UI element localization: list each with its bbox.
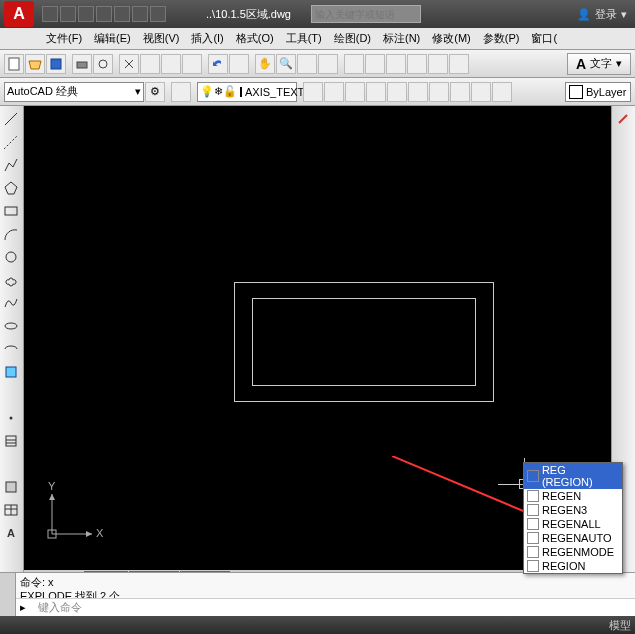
menu-tools[interactable]: 工具(T) xyxy=(280,29,328,48)
ac-item-regen3[interactable]: REGEN3 xyxy=(524,503,622,517)
qat-save-icon[interactable] xyxy=(78,6,94,22)
join-tool-icon[interactable] xyxy=(612,384,634,406)
qat-saveas-icon[interactable] xyxy=(96,6,112,22)
menu-draw[interactable]: 绘图(D) xyxy=(328,29,377,48)
open-icon[interactable] xyxy=(25,54,45,74)
markup-icon[interactable] xyxy=(428,54,448,74)
move-tool-icon[interactable] xyxy=(612,223,634,245)
hatch-tool-icon[interactable] xyxy=(0,430,22,452)
menu-window[interactable]: 窗口( xyxy=(525,29,563,48)
ssm-icon[interactable] xyxy=(407,54,427,74)
polyline-tool-icon[interactable] xyxy=(0,154,22,176)
polygon-tool-icon[interactable] xyxy=(0,177,22,199)
array-tool-icon[interactable] xyxy=(612,200,634,222)
plot-icon[interactable] xyxy=(72,54,92,74)
preview-icon[interactable] xyxy=(93,54,113,74)
match-icon[interactable] xyxy=(182,54,202,74)
layer-selector[interactable]: 💡 ❄ 🔓 AXIS_TEXT xyxy=(197,82,297,102)
command-input-row[interactable]: ▸ 键入命令 xyxy=(16,598,635,616)
region-tool-icon[interactable] xyxy=(0,476,22,498)
menu-file[interactable]: 文件(F) xyxy=(40,29,88,48)
mtext-tool-icon[interactable]: A xyxy=(0,522,22,544)
menu-param[interactable]: 参数(P) xyxy=(477,29,526,48)
dc-icon[interactable] xyxy=(365,54,385,74)
spline-tool-icon[interactable] xyxy=(0,292,22,314)
qat-plot-icon[interactable] xyxy=(114,6,130,22)
qat-undo-icon[interactable] xyxy=(132,6,148,22)
layer-copy-icon[interactable] xyxy=(492,82,512,102)
ac-item-regen[interactable]: REGEN xyxy=(524,489,622,503)
login-area[interactable]: 👤 登录 ▾ xyxy=(577,7,627,22)
gradient-tool-icon[interactable] xyxy=(0,453,22,475)
layer-freeze-icon[interactable] xyxy=(345,82,365,102)
command-input[interactable]: 键入命令 xyxy=(38,600,82,615)
cut-icon[interactable] xyxy=(119,54,139,74)
undo-icon[interactable] xyxy=(208,54,228,74)
line-tool-icon[interactable] xyxy=(0,108,22,130)
ac-item-region[interactable]: REGION xyxy=(524,559,622,573)
scale-tool-icon[interactable] xyxy=(612,269,634,291)
make-block-icon[interactable] xyxy=(0,384,22,406)
rotate-tool-icon[interactable] xyxy=(612,246,634,268)
fillet-tool-icon[interactable] xyxy=(612,430,634,452)
copy-icon[interactable] xyxy=(140,54,160,74)
erase-tool-icon[interactable] xyxy=(612,108,634,130)
trim-tool-icon[interactable] xyxy=(612,315,634,337)
point-tool-icon[interactable] xyxy=(0,407,22,429)
ac-item-regenmode[interactable]: REGENMODE xyxy=(524,545,622,559)
layer-walk-icon[interactable] xyxy=(450,82,470,102)
qat-redo-icon[interactable] xyxy=(150,6,166,22)
offset-tool-icon[interactable] xyxy=(612,177,634,199)
rectangle-inner[interactable] xyxy=(252,298,476,386)
arc-tool-icon[interactable] xyxy=(0,223,22,245)
zoom-window-icon[interactable] xyxy=(297,54,317,74)
layer-iso-icon[interactable] xyxy=(324,82,344,102)
annotation-text-button[interactable]: A文字▾ xyxy=(567,53,631,75)
circle-tool-icon[interactable] xyxy=(0,246,22,268)
menu-dim[interactable]: 标注(N) xyxy=(377,29,426,48)
menu-modify[interactable]: 修改(M) xyxy=(426,29,477,48)
copy-tool-icon[interactable] xyxy=(612,131,634,153)
mirror-tool-icon[interactable] xyxy=(612,154,634,176)
revcloud-tool-icon[interactable] xyxy=(0,269,22,291)
layer-manager-icon[interactable] xyxy=(171,82,191,102)
break-tool-icon[interactable] xyxy=(612,361,634,383)
layer-change-icon[interactable] xyxy=(471,82,491,102)
prop-icon[interactable] xyxy=(344,54,364,74)
layer-off-icon[interactable] xyxy=(366,82,386,102)
menu-edit[interactable]: 编辑(E) xyxy=(88,29,137,48)
extend-tool-icon[interactable] xyxy=(612,338,634,360)
command-window[interactable]: 命令: x EXPLODE 找到 2 个 ▸ 键入命令 xyxy=(0,572,635,616)
ac-item-reg[interactable]: REG (REGION) xyxy=(524,463,622,489)
help-search-input[interactable] xyxy=(311,5,421,23)
layer-state-icon[interactable] xyxy=(303,82,323,102)
ac-item-regenall[interactable]: REGENALL xyxy=(524,517,622,531)
ellipse-arc-tool-icon[interactable] xyxy=(0,338,22,360)
workspace-selector[interactable]: AutoCAD 经典 ▾ xyxy=(4,82,144,102)
table-tool-icon[interactable] xyxy=(0,499,22,521)
xline-tool-icon[interactable] xyxy=(0,131,22,153)
qat-new-icon[interactable] xyxy=(42,6,58,22)
paste-icon[interactable] xyxy=(161,54,181,74)
color-bylayer-selector[interactable]: ByLayer xyxy=(565,82,631,102)
chamfer-tool-icon[interactable] xyxy=(612,407,634,429)
tp-icon[interactable] xyxy=(386,54,406,74)
pan-icon[interactable]: ✋ xyxy=(255,54,275,74)
workspace-settings-icon[interactable]: ⚙ xyxy=(145,82,165,102)
rectangle-tool-icon[interactable] xyxy=(0,200,22,222)
status-model-label[interactable]: 模型 xyxy=(609,618,631,633)
command-autocomplete[interactable]: REG (REGION) REGEN REGEN3 REGENALL REGEN… xyxy=(523,462,623,574)
zoom-prev-icon[interactable] xyxy=(318,54,338,74)
addselected-tool-icon[interactable] xyxy=(0,545,22,567)
ac-item-regenauto[interactable]: REGENAUTO xyxy=(524,531,622,545)
menu-format[interactable]: 格式(O) xyxy=(230,29,280,48)
qat-open-icon[interactable] xyxy=(60,6,76,22)
command-handle[interactable] xyxy=(0,573,16,616)
menu-insert[interactable]: 插入(I) xyxy=(185,29,229,48)
layer-match-icon[interactable] xyxy=(408,82,428,102)
stretch-tool-icon[interactable] xyxy=(612,292,634,314)
calc-icon[interactable] xyxy=(449,54,469,74)
layer-prev-icon[interactable] xyxy=(429,82,449,102)
app-icon[interactable]: A xyxy=(4,1,34,27)
zoom-icon[interactable]: 🔍 xyxy=(276,54,296,74)
